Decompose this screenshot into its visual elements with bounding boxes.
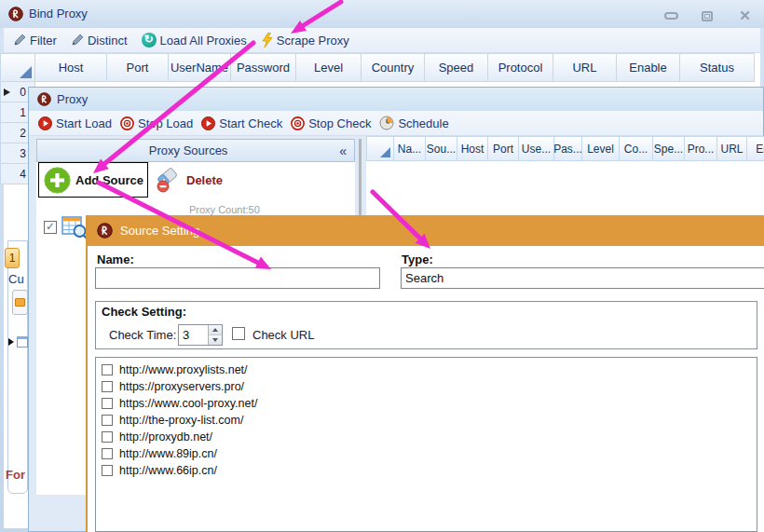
distinct-button[interactable]: Distinct <box>71 34 128 48</box>
url-checkbox[interactable] <box>102 448 113 459</box>
url-checkbox[interactable] <box>102 415 113 426</box>
start-check-button[interactable]: Start Check <box>201 116 282 130</box>
distinct-label: Distinct <box>88 34 128 48</box>
list-item[interactable]: https://proxyservers.pro/ <box>102 378 757 395</box>
filter-button[interactable]: Filter <box>13 34 57 48</box>
column-header-status[interactable]: Status <box>680 53 755 82</box>
pen-icon <box>71 34 84 47</box>
url-checkbox[interactable] <box>102 364 113 375</box>
source-list-item[interactable] <box>44 215 88 239</box>
url-label[interactable]: http://www.89ip.cn/ <box>119 447 217 460</box>
pcolumn-header-speed[interactable]: Spe... <box>653 136 685 161</box>
clock-icon <box>379 116 394 130</box>
url-label[interactable]: http://proxydb.net/ <box>119 430 212 443</box>
url-label[interactable]: http://www.proxylists.net/ <box>119 363 248 376</box>
scrape-proxy-button[interactable]: Scrape Proxy <box>261 33 349 48</box>
schedule-button[interactable]: Schedule <box>379 116 448 130</box>
check-time-value[interactable]: 3 <box>179 325 208 345</box>
list-item[interactable]: http://www.89ip.cn/ <box>102 445 757 462</box>
list-item[interactable]: http://proxydb.net/ <box>102 429 757 445</box>
close-icon[interactable]: ✕ <box>735 9 754 22</box>
pcolumn-header-username[interactable]: Use... <box>519 136 554 161</box>
list-item[interactable]: http://the-proxy-list.com/ <box>102 412 757 429</box>
dialog-title: Source Setting <box>120 224 199 238</box>
column-header-enable[interactable]: Enable <box>617 53 680 82</box>
check-time-stepper[interactable]: 3 <box>178 324 223 346</box>
url-list: http://www.proxylists.net/ https://proxy… <box>95 357 757 532</box>
app-icon <box>37 92 51 106</box>
pcolumn-header-enable[interactable]: En <box>747 136 764 161</box>
proxy-sources-title: Proxy Sources <box>37 143 339 157</box>
pcolumn-header-url[interactable]: URL <box>717 136 747 161</box>
column-header-password[interactable]: Password <box>231 53 296 82</box>
corner-triangle-icon <box>20 66 32 78</box>
stop-load-button[interactable]: Stop Load <box>120 116 193 130</box>
column-header-level[interactable]: Level <box>296 53 362 82</box>
main-title-bar: Bind Proxy ✕ <box>0 0 764 28</box>
pcolumn-header-name[interactable]: Na... <box>394 136 426 161</box>
column-header-country[interactable]: Country <box>362 53 425 82</box>
add-source-label: Add Source <box>75 173 143 187</box>
pcolumn-header-source[interactable]: Sou... <box>426 136 457 161</box>
delete-tag-icon <box>154 166 184 194</box>
list-item[interactable]: https://www.cool-proxy.net/ <box>102 395 757 412</box>
select-all-corner[interactable] <box>0 53 35 82</box>
proxy-count-label: Proxy Count:50 <box>189 204 260 215</box>
expand-icon[interactable] <box>8 338 14 346</box>
pcolumn-header-port[interactable]: Port <box>488 136 519 161</box>
tree-item[interactable] <box>8 336 28 348</box>
pcolumn-header-host[interactable]: Host <box>457 136 488 161</box>
maximize-icon[interactable] <box>698 9 716 22</box>
pcolumn-header-password[interactable]: Pas... <box>554 136 582 161</box>
load-all-proxies-button[interactable]: ↻ Load All Proxies <box>142 33 247 48</box>
url-checkbox[interactable] <box>102 381 113 392</box>
main-toolbar: Filter Distinct ↻ Load All Proxies Scrap… <box>4 28 760 53</box>
source-setting-dialog: Source Setting Name: Type: Search Check … <box>86 215 764 532</box>
check-url-label: Check URL <box>252 328 314 342</box>
delete-button[interactable]: Delete <box>154 166 223 194</box>
delete-label: Delete <box>186 173 223 187</box>
pcolumn-header-country[interactable]: Co... <box>620 136 653 161</box>
column-header-port[interactable]: Port <box>107 53 169 82</box>
stepper-up-icon[interactable] <box>209 325 222 335</box>
dock-badge[interactable]: 1 <box>5 248 20 268</box>
column-header-username[interactable]: UserName <box>169 53 231 82</box>
bind-proxy-app: Bind Proxy ✕ Filter Distinct ↻ Load All … <box>0 0 764 532</box>
dock-bottom-label: For <box>6 468 25 482</box>
column-header-speed[interactable]: Speed <box>425 53 488 82</box>
check-url-checkbox[interactable] <box>232 327 245 340</box>
name-input[interactable] <box>95 267 380 289</box>
stepper-down-icon[interactable] <box>209 335 222 345</box>
add-source-button[interactable]: Add Source <box>38 162 148 198</box>
pcolumn-header-protocol[interactable]: Pro... <box>685 136 717 161</box>
url-checkbox[interactable] <box>102 465 113 476</box>
select-all-corner[interactable] <box>366 136 394 161</box>
url-checkbox[interactable] <box>102 398 113 409</box>
add-plus-icon <box>44 167 71 194</box>
main-window-title: Bind Proxy <box>29 7 88 20</box>
minimize-icon[interactable] <box>662 9 680 22</box>
pcolumn-header-level[interactable]: Level <box>582 136 620 161</box>
url-label[interactable]: https://proxyservers.pro/ <box>119 380 244 393</box>
url-checkbox[interactable] <box>102 431 113 443</box>
dock-panel-label: Cu <box>8 272 24 286</box>
type-dropdown[interactable]: Search <box>401 267 764 289</box>
list-item[interactable]: http://www.66ip.cn/ <box>102 462 757 479</box>
play-icon <box>38 116 52 130</box>
dock-tab[interactable] <box>12 290 28 315</box>
url-label[interactable]: http://the-proxy-list.com/ <box>119 414 243 427</box>
column-header-protocol[interactable]: Protocol <box>488 53 553 82</box>
start-load-button[interactable]: Start Load <box>38 116 112 130</box>
lightning-icon <box>261 33 273 48</box>
column-header-url[interactable]: URL <box>553 53 617 82</box>
collapse-icon[interactable]: « <box>339 143 354 158</box>
source-checkbox[interactable] <box>44 221 57 234</box>
url-label[interactable]: http://www.66ip.cn/ <box>119 464 217 477</box>
stop-check-button[interactable]: Stop Check <box>291 116 371 130</box>
refresh-icon: ↻ <box>142 33 157 48</box>
panel-splitter[interactable] <box>359 139 362 218</box>
column-header-host[interactable]: Host <box>35 53 107 82</box>
app-icon <box>97 223 113 239</box>
url-label[interactable]: https://www.cool-proxy.net/ <box>119 397 257 410</box>
list-item[interactable]: http://www.proxylists.net/ <box>102 361 757 378</box>
